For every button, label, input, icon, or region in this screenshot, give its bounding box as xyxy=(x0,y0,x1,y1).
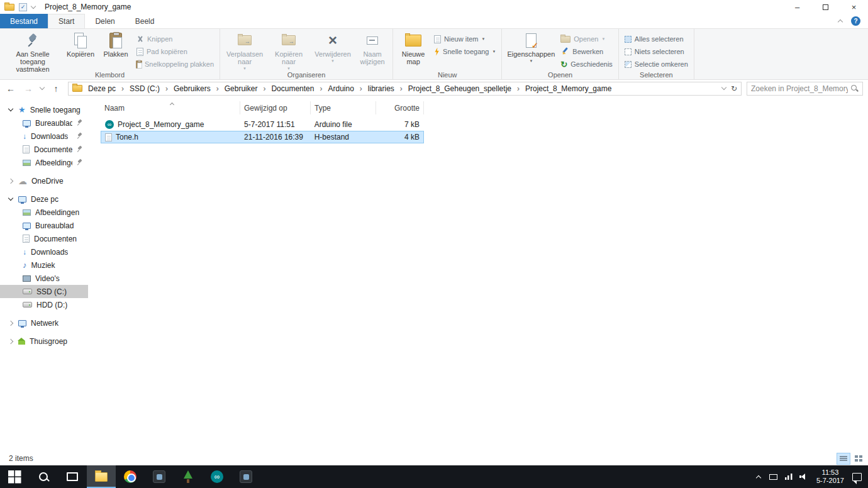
tab-start[interactable]: Start xyxy=(48,14,85,28)
sidebar-item-documenten-qa[interactable]: Documenten xyxy=(0,143,88,156)
qat-customize-dropdown-icon[interactable] xyxy=(31,3,36,8)
sidebar-item-netwerk[interactable]: Netwerk xyxy=(0,316,88,330)
file-row-project-8-memory-game[interactable]: ∞ Project_8_Memory_game 5-7-2017 11:51 A… xyxy=(101,118,424,131)
breadcrumb-segment[interactable]: Gebruikers xyxy=(169,83,215,94)
recent-locations-dropdown[interactable] xyxy=(38,82,47,96)
start-button[interactable] xyxy=(0,465,29,488)
search-icon[interactable] xyxy=(850,84,859,92)
invert-selection-button[interactable]: Selectie omkeren xyxy=(621,58,691,70)
properties-button[interactable]: Eigenschappen ▼ xyxy=(504,31,557,64)
action-center-button[interactable] xyxy=(849,465,864,488)
sidebar-item-snelle-toegang[interactable]: ★ Snelle toegang xyxy=(0,103,88,116)
column-header-gewijzigd-op[interactable]: Gewijzigd op xyxy=(240,101,311,114)
new-item-button[interactable]: Nieuw item ▼ xyxy=(431,33,499,45)
sidebar-item-thuisgroep[interactable]: Thuisgroep xyxy=(0,335,88,348)
taskbar-app-button-1[interactable] xyxy=(145,465,174,488)
delete-x-icon: × xyxy=(328,33,337,48)
dropdown-icon: ▼ xyxy=(331,59,335,63)
collapse-icon[interactable] xyxy=(8,178,13,183)
minimize-icon: – xyxy=(795,3,799,12)
rename-button[interactable]: Naam wijzigen xyxy=(355,31,390,66)
sidebar-item-bureaublad-qa[interactable]: Bureaublad xyxy=(0,116,88,130)
easy-access-button[interactable]: Snelle toegang ▼ xyxy=(431,45,499,58)
collapse-icon[interactable] xyxy=(8,320,13,325)
sidebar-item-onedrive[interactable]: ☁ OneDrive xyxy=(0,174,88,187)
qat-properties-icon[interactable]: ✓ xyxy=(19,3,27,11)
maximize-button[interactable] xyxy=(811,0,840,14)
details-view-button[interactable] xyxy=(837,453,850,465)
tray-monitor-button[interactable] xyxy=(766,465,781,488)
sidebar-item-afbeeldingen[interactable]: Afbeeldingen xyxy=(0,206,88,219)
select-all-button[interactable]: Alles selecteren xyxy=(621,33,691,45)
search-input[interactable] xyxy=(751,84,848,93)
group-label-klembord: Klembord xyxy=(0,71,220,79)
back-button[interactable]: ← xyxy=(3,82,19,96)
column-header-naam[interactable]: Naam xyxy=(101,101,240,114)
breadcrumb-segment[interactable]: Documenten xyxy=(267,83,318,94)
dropdown-icon: ▼ xyxy=(529,59,533,63)
edit-button[interactable]: Bewerken xyxy=(557,45,616,58)
sidebar-item-deze-pc[interactable]: Deze pc xyxy=(0,192,88,206)
breadcrumb-segment[interactable]: Deze pc xyxy=(84,83,120,94)
history-button[interactable]: ↻ Geschiedenis xyxy=(557,58,616,70)
cut-button[interactable]: Knippen xyxy=(133,33,217,45)
breadcrumb-segment[interactable]: Gebruiker xyxy=(220,83,262,94)
large-icons-view-button[interactable] xyxy=(852,453,865,465)
select-none-button[interactable]: Niets selecteren xyxy=(621,45,691,58)
taskbar-chrome-button[interactable] xyxy=(116,465,145,488)
paste-button[interactable]: Plakken xyxy=(98,31,133,58)
sidebar-item-documenten[interactable]: Documenten xyxy=(0,232,88,245)
copy-to-button[interactable]: Kopiëren naar ▼ xyxy=(267,31,311,71)
breadcrumb-segment[interactable]: libraries xyxy=(364,83,399,94)
sidebar-item-hdd-d[interactable]: HDD (D:) xyxy=(0,298,88,311)
breadcrumb-segment[interactable]: SSD (C:) xyxy=(125,83,164,94)
taskbar-arduino-button[interactable]: ∞ xyxy=(203,465,231,488)
tab-beeld[interactable]: Beeld xyxy=(125,14,165,28)
open-button[interactable]: Openen ▼ xyxy=(557,33,616,45)
taskbar-app-button-2[interactable] xyxy=(231,465,260,488)
expand-icon[interactable] xyxy=(8,106,13,111)
close-button[interactable]: × xyxy=(840,0,868,14)
tray-network-button[interactable] xyxy=(781,465,796,488)
file-row-tone-h[interactable]: Tone.h 21-11-2016 16:39 H-bestand 4 kB xyxy=(101,131,424,143)
sidebar-item-downloads[interactable]: ↓ Downloads xyxy=(0,245,88,258)
column-header-type[interactable]: Type xyxy=(311,101,376,114)
expand-icon[interactable] xyxy=(8,196,13,201)
task-view-button[interactable] xyxy=(58,465,87,488)
copy-button[interactable]: Kopiëren xyxy=(63,31,98,58)
minimize-button[interactable]: – xyxy=(783,0,811,14)
sidebar-item-afbeeldingen-qa[interactable]: Afbeeldingen xyxy=(0,156,88,169)
sidebar-label: Documenten xyxy=(34,145,72,154)
breadcrumb-segment[interactable]: Project_8_Memory_game xyxy=(521,83,616,94)
taskbar-clock[interactable]: 11:53 5-7-2017 xyxy=(811,469,849,485)
sidebar-item-bureaublad[interactable]: Bureaublad xyxy=(0,219,88,232)
tray-show-hidden-icons-button[interactable] xyxy=(751,465,766,488)
up-button[interactable]: ↑ xyxy=(48,82,64,96)
breadcrumb-segment[interactable]: Arduino xyxy=(323,83,358,94)
tray-volume-button[interactable] xyxy=(796,465,811,488)
breadcrumb-segment[interactable]: Project_8_Geheugen_spelletje xyxy=(404,83,516,94)
taskbar-tree-app-button[interactable] xyxy=(174,465,203,488)
forward-button[interactable]: → xyxy=(20,82,36,96)
taskbar-file-explorer-button[interactable] xyxy=(87,465,116,488)
sidebar-item-downloads-qa[interactable]: ↓ Downloads xyxy=(0,130,88,143)
ribbon-collapse-icon[interactable] xyxy=(838,19,843,25)
new-folder-button[interactable]: Nieuwe map xyxy=(396,31,431,66)
help-icon[interactable]: ? xyxy=(851,16,860,26)
sidebar-item-muziek[interactable]: ♪ Muziek xyxy=(0,258,88,272)
address-history-dropdown-icon[interactable] xyxy=(721,85,726,90)
pin-to-quick-access-button[interactable]: Aan Snelle toegang vastmaken xyxy=(3,31,63,74)
address-field[interactable]: Deze pc › SSD (C:) › Gebruikers › Gebrui… xyxy=(68,82,742,96)
refresh-icon[interactable]: ↻ xyxy=(731,84,737,93)
taskbar-search-button[interactable] xyxy=(29,465,58,488)
delete-button[interactable]: × Verwijderen ▼ xyxy=(311,31,355,64)
tab-delen[interactable]: Delen xyxy=(85,14,125,28)
column-header-grootte[interactable]: Grootte xyxy=(376,101,424,114)
tab-bestand[interactable]: Bestand xyxy=(0,14,48,28)
copy-path-button[interactable]: Pad kopiëren xyxy=(133,45,217,58)
paste-shortcut-button[interactable]: Snelkoppeling plakken xyxy=(133,58,217,70)
collapse-icon[interactable] xyxy=(8,338,13,343)
move-to-button[interactable]: Verplaatsen naar ▼ xyxy=(223,31,267,71)
sidebar-item-ssd-c[interactable]: SSD (C:) xyxy=(0,285,88,298)
sidebar-item-videos[interactable]: Video's xyxy=(0,272,88,285)
